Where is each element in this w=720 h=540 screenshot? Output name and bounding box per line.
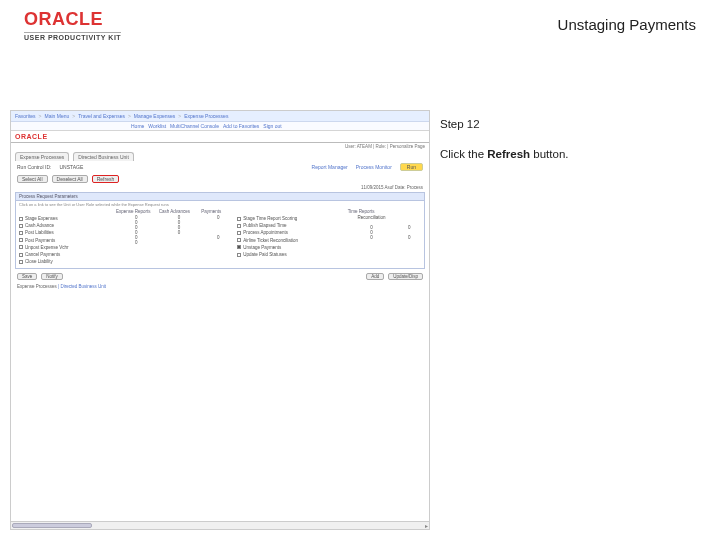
button-bar: Select All Deselect All Refresh — [11, 173, 429, 185]
app-top-nav: Favorites> Main Menu> Travel and Expense… — [11, 111, 429, 122]
page-title: Unstaging Payments — [558, 10, 696, 33]
checkbox[interactable] — [19, 231, 23, 235]
select-all-button[interactable]: Select All — [17, 175, 48, 183]
col-head: Payments — [201, 209, 235, 214]
row-label: Unstage Payments — [243, 244, 281, 251]
row-label: Airline Ticket Reconciliation — [243, 237, 298, 244]
asof-date: 11/09/2015 Asof Date: Process — [11, 185, 429, 190]
params-panel: Process Request Parameters Click on a li… — [15, 192, 425, 269]
row-label: Cash Advance — [25, 222, 54, 229]
brand-subtitle: USER PRODUCTIVITY KIT — [24, 32, 121, 42]
row-label: Unpost Expense Vchr — [25, 244, 69, 251]
link-home[interactable]: Home — [131, 123, 144, 129]
cell: 0 — [201, 235, 235, 240]
cell: 0 — [397, 235, 421, 240]
footer-link[interactable]: Directed Business Unit — [60, 284, 106, 289]
app-brand: ORACLE — [15, 133, 48, 140]
brand-name: ORACLE — [24, 10, 121, 30]
run-button[interactable]: Run — [400, 163, 423, 171]
bottom-button-row: Save Notify Add Update/Disp — [11, 271, 429, 282]
col-head: Expense Reports — [116, 209, 157, 214]
save-button[interactable]: Save — [17, 273, 37, 280]
content-area: Favorites> Main Menu> Travel and Expense… — [10, 110, 710, 530]
cell: 0 — [348, 235, 395, 240]
link-fav[interactable]: Add to Favorites — [223, 123, 259, 129]
checkbox[interactable] — [19, 217, 23, 221]
process-monitor-link[interactable]: Process Monitor — [356, 164, 392, 170]
checkbox[interactable] — [19, 224, 23, 228]
run-control-value: UNSTAGE — [59, 164, 83, 170]
run-control-row: Run Control ID: UNSTAGE Report Manager P… — [11, 161, 429, 173]
panel-hint: Click on a link to see the Unit or User … — [16, 201, 424, 208]
scroll-thumb[interactable] — [12, 523, 92, 528]
row-label: Post Payments — [25, 237, 55, 244]
scroll-right-icon[interactable]: ▸ — [425, 522, 428, 529]
page-header: ORACLE USER PRODUCTIVITY KIT Unstaging P… — [0, 0, 720, 49]
instruction-before: Click the — [440, 148, 487, 160]
cell: 0 — [159, 230, 200, 235]
instruction-pane: Step 12 Click the Refresh button. — [430, 110, 710, 530]
step-label: Step 12 — [440, 116, 700, 132]
col-head: Cash Advances — [159, 209, 200, 214]
checkbox[interactable] — [237, 231, 241, 235]
row-label: Update Paid Statuses — [243, 251, 287, 258]
row-label: Stage Expenses — [25, 215, 58, 222]
footer-links: Expense Processes | Directed Business Un… — [11, 282, 429, 291]
checkbox[interactable] — [237, 245, 241, 249]
instruction-text: Click the Refresh button. — [440, 146, 700, 162]
checkbox[interactable] — [19, 253, 23, 257]
params-grid: Stage Expenses Cash Advance Post Liabili… — [16, 208, 424, 268]
checkbox[interactable] — [237, 238, 241, 242]
checkbox[interactable] — [19, 260, 23, 264]
refresh-button[interactable]: Refresh — [92, 175, 120, 183]
col-head: Time Reports — [348, 209, 395, 214]
instruction-after: button. — [530, 148, 568, 160]
tab-directed-bu[interactable]: Directed Business Unit — [73, 152, 134, 161]
row-label: Publish Elapsed Time — [243, 222, 286, 229]
checkbox[interactable] — [237, 224, 241, 228]
logo-block: ORACLE USER PRODUCTIVITY KIT — [24, 10, 121, 41]
report-manager-link[interactable]: Report Manager — [312, 164, 348, 170]
subtabs: Expense Processes Directed Business Unit — [11, 150, 429, 161]
footer-tab: Expense Processes — [17, 284, 57, 289]
nav-item[interactable]: Expense Processes — [184, 113, 228, 119]
nav-item[interactable]: Manage Expenses — [134, 113, 175, 119]
app-global-links: Home Worklist MultiChannel Console Add t… — [11, 122, 429, 131]
row-label: Post Liabilities — [25, 229, 54, 236]
nav-item[interactable]: Favorites — [15, 113, 36, 119]
update-button[interactable]: Update/Disp — [388, 273, 423, 280]
checkbox[interactable] — [237, 253, 241, 257]
nav-item[interactable]: Travel and Expenses — [78, 113, 125, 119]
row-label: Process Appointments — [243, 229, 288, 236]
checkbox[interactable] — [237, 217, 241, 221]
user-line: User: ATEAM | Role: | Personalize Page — [11, 143, 429, 150]
cell: 0 — [116, 240, 157, 245]
horizontal-scrollbar[interactable]: ◂ ▸ — [11, 521, 429, 529]
add-button[interactable]: Add — [366, 273, 384, 280]
link-worklist[interactable]: Worklist — [148, 123, 166, 129]
row-label: Stage Time Report Scoring — [243, 215, 297, 222]
tab-expense-processes[interactable]: Expense Processes — [15, 152, 69, 161]
panel-title: Process Request Parameters — [16, 193, 424, 201]
link-signout[interactable]: Sign out — [263, 123, 281, 129]
link-mcc[interactable]: MultiChannel Console — [170, 123, 219, 129]
row-label: Close Liability — [25, 258, 53, 265]
checkbox[interactable] — [19, 238, 23, 242]
nav-item[interactable]: Main Menu — [44, 113, 69, 119]
row-label: Cancel Payments — [25, 251, 60, 258]
run-control-label: Run Control ID: — [17, 164, 51, 170]
deselect-all-button[interactable]: Deselect All — [52, 175, 88, 183]
instruction-bold: Refresh — [487, 148, 530, 160]
screenshot-pane: Favorites> Main Menu> Travel and Expense… — [10, 110, 430, 530]
app-brand-row: ORACLE — [11, 131, 429, 143]
checkbox[interactable] — [19, 245, 23, 249]
notify-button[interactable]: Notify — [41, 273, 63, 280]
